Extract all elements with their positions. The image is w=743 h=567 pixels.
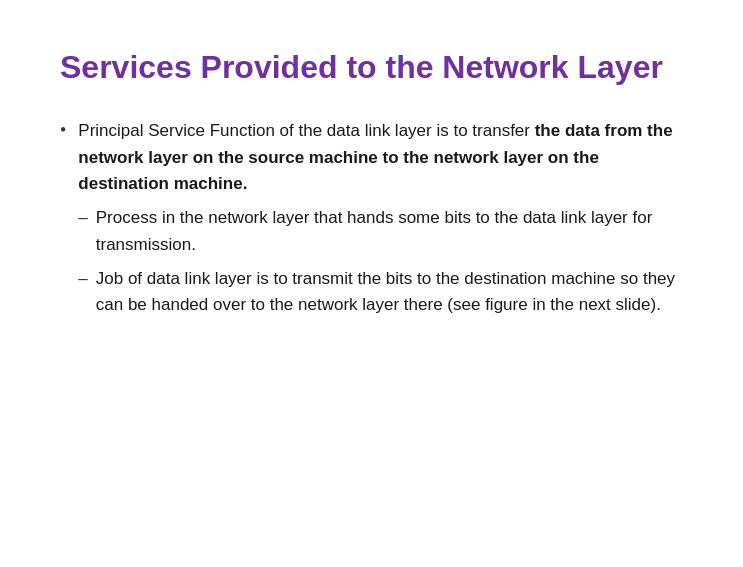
- sub-bullet-dash-2: –: [78, 266, 87, 292]
- bullet-dot: •: [60, 120, 66, 141]
- sub-bullet-dash-1: –: [78, 205, 87, 231]
- sub-bullet-item-2: – Job of data link layer is to transmit …: [78, 266, 683, 319]
- sub-bullet-text-1: Process in the network layer that hands …: [96, 205, 683, 258]
- main-bullet-item: • Principal Service Function of the data…: [60, 118, 683, 318]
- main-bullet-text: Principal Service Function of the data l…: [78, 118, 683, 318]
- slide-content: • Principal Service Function of the data…: [60, 118, 683, 527]
- sub-bullets: – Process in the network layer that hand…: [78, 205, 683, 318]
- sub-bullet-text-2: Job of data link layer is to transmit th…: [96, 266, 683, 319]
- slide-title: Services Provided to the Network Layer: [60, 48, 683, 86]
- sub-bullet-item-1: – Process in the network layer that hand…: [78, 205, 683, 258]
- slide-container: Services Provided to the Network Layer •…: [0, 0, 743, 567]
